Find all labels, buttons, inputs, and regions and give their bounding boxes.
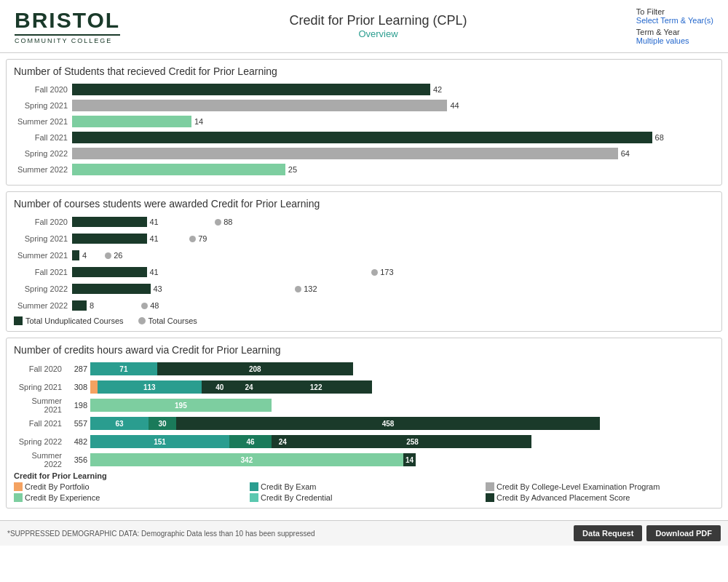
segment: 30 xyxy=(149,417,176,430)
chart3-row: Spring 2022 482 151 46 24 258 xyxy=(14,434,714,449)
chart3-bar-track: 195 xyxy=(90,399,272,412)
download-pdf-button[interactable]: Download PDF xyxy=(646,525,721,541)
legend-item: Credit By Credential xyxy=(250,493,478,502)
bar-value: 14 xyxy=(194,117,203,126)
circle-dot xyxy=(215,219,221,226)
legend-label: Credit By Advanced Placement Score xyxy=(496,493,630,502)
filter-term-label: Term & Year xyxy=(636,28,713,36)
chart3-row: Fall 2021 557 63 30 458 xyxy=(14,416,714,431)
bar-label: Fall 2021 xyxy=(14,133,72,142)
chart2-label: Fall 2020 xyxy=(14,218,72,226)
chart1-row: Fall 2021 68 xyxy=(14,131,714,144)
filter-section: To Filter Select Term & Year(s) Term & Y… xyxy=(636,7,713,45)
chart3-legend-title: Credit for Prior Learning xyxy=(14,471,714,480)
data-request-button[interactable]: Data Request xyxy=(574,525,642,541)
chart3-bar-track: 113 40 24 122 xyxy=(90,380,372,394)
chart2-row: Fall 2021 41 173 xyxy=(14,266,714,279)
segment: 122 xyxy=(260,380,372,394)
legend-item: Credit By Experience xyxy=(14,493,242,502)
chart2-label: Summer 2022 xyxy=(14,301,72,310)
circle-dot xyxy=(189,236,196,242)
segment: 458 xyxy=(176,417,600,430)
bar-track: 44 xyxy=(72,100,714,111)
segment: 63 xyxy=(90,417,149,430)
segment-label: 24 xyxy=(279,438,287,446)
chart1-row: Summer 2021 14 xyxy=(14,115,714,128)
bar-label: Summer 2021 xyxy=(14,117,72,126)
segment: 24 xyxy=(272,435,293,448)
chart3-row-label: Summer 2021 xyxy=(14,396,65,414)
chart2-bars: Fall 2020 41 88 Spring 2021 41 79 Summer… xyxy=(14,215,714,312)
segment-label: 195 xyxy=(175,402,187,410)
bar1-fill xyxy=(72,300,87,311)
legend-box xyxy=(486,493,494,502)
page-subtitle: Overview xyxy=(289,28,467,39)
chart2-label: Spring 2021 xyxy=(14,234,72,243)
chart3-bars: Fall 2020 287 71 208 Spring 2021 308 113… xyxy=(14,362,714,467)
legend-label: Total Unduplicated Courses xyxy=(25,316,124,325)
bar-label: Summer 2022 xyxy=(14,165,72,174)
chart2-bar-area: 41 173 xyxy=(72,266,714,279)
chart3-legend: Credit By PortfolioCredit By ExamCredit … xyxy=(14,482,714,502)
legend-box xyxy=(486,482,494,491)
bar1-value: 4 xyxy=(82,251,87,260)
segment: 40 xyxy=(202,380,238,394)
segment: 258 xyxy=(293,435,531,448)
legend-box xyxy=(14,482,23,491)
logo-bristol: BRISTOL xyxy=(15,8,120,33)
chart3-bar-track: 71 208 xyxy=(90,362,353,375)
bar1-fill xyxy=(72,217,147,227)
segment: 71 xyxy=(90,362,157,375)
bar-track: 64 xyxy=(72,148,714,159)
chart2-section: Number of courses students were awarded … xyxy=(6,191,722,332)
chart2-row: Spring 2021 41 79 xyxy=(14,232,714,245)
legend-box xyxy=(250,482,258,491)
chart2-row: Fall 2020 41 88 xyxy=(14,215,714,228)
bar-track: 14 xyxy=(72,116,714,127)
bar1-fill xyxy=(72,234,147,244)
circle-dot xyxy=(141,303,148,309)
bar-fill xyxy=(72,100,447,111)
chart2-bar-area: 8 48 xyxy=(72,299,714,312)
segment-label: 14 xyxy=(405,456,414,464)
bar-fill xyxy=(72,116,191,127)
main-content: Number of Students that recieved Credit … xyxy=(0,53,728,520)
legend-item: Credit By College-Level Examination Prog… xyxy=(486,482,714,491)
bar2-value: 88 xyxy=(223,218,232,226)
chart3-total: 198 xyxy=(65,401,90,410)
bar2-value: 26 xyxy=(114,251,122,260)
chart3-row: Spring 2021 308 113 40 24 122 xyxy=(14,380,714,394)
bar-fill xyxy=(72,164,285,175)
suppressed-text: *SUPPRESSED DEMOGRAPHIC DATA: Demographi… xyxy=(7,530,315,538)
chart2-legend: Total Unduplicated CoursesTotal Courses xyxy=(14,316,714,325)
segment: 151 xyxy=(90,435,229,448)
chart1-row: Summer 2022 25 xyxy=(14,163,714,176)
legend-item: Total Unduplicated Courses xyxy=(14,316,124,325)
bar-value: 64 xyxy=(621,149,630,158)
chart3-row: Summer 2022 356 342 14 xyxy=(14,453,714,467)
bar-value: 42 xyxy=(433,85,442,94)
bar1-value: 41 xyxy=(150,234,159,243)
filter-term-value: Multiple values xyxy=(636,36,713,45)
chart2-bar-area: 4 26 xyxy=(72,249,714,262)
legend-item: Total Courses xyxy=(138,316,197,325)
chart3-bar-track: 342 14 xyxy=(90,453,416,466)
segment: 46 xyxy=(229,435,272,448)
segment-label: 458 xyxy=(382,420,395,428)
bar1-value: 43 xyxy=(154,284,162,293)
circle-dot xyxy=(105,252,111,259)
chart3-total: 557 xyxy=(65,419,90,428)
bar-fill xyxy=(72,132,652,143)
bar2-value: 132 xyxy=(304,284,317,293)
segment-label: 40 xyxy=(215,383,223,391)
chart2-bar-area: 41 88 xyxy=(72,215,714,228)
bar2-value: 173 xyxy=(380,268,393,276)
bar-track: 25 xyxy=(72,164,714,175)
legend-label: Credit By Portfolio xyxy=(25,482,90,491)
page-title: Credit for Prior Learning (CPL) xyxy=(289,13,467,28)
chart3-row-label: Summer 2022 xyxy=(14,451,65,469)
segment-label: 71 xyxy=(119,365,127,373)
segment-label: 30 xyxy=(159,420,167,428)
chart1-title: Number of Students that recieved Credit … xyxy=(14,65,714,77)
chart2-row: Spring 2022 43 132 xyxy=(14,282,714,295)
